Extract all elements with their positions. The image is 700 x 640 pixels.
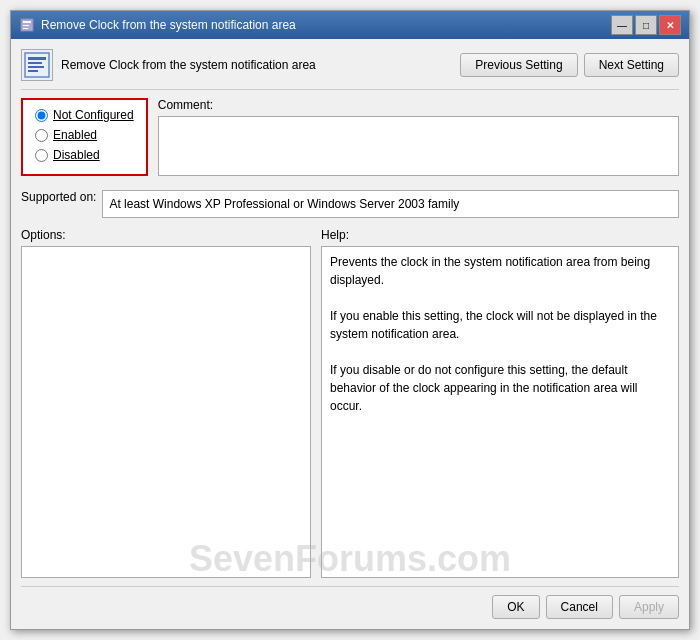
header-icon xyxy=(21,49,53,81)
help-para-1: Prevents the clock in the system notific… xyxy=(330,253,670,289)
ok-button[interactable]: OK xyxy=(492,595,539,619)
radio-group: Not Configured Enabled Disabled xyxy=(21,98,148,176)
options-panel: Options: xyxy=(21,228,311,578)
footer-buttons: OK Cancel Apply xyxy=(21,586,679,619)
options-label: Options: xyxy=(21,228,311,242)
supported-section: Supported on: At least Windows XP Profes… xyxy=(21,190,679,218)
dialog-content: Remove Clock from the system notificatio… xyxy=(11,39,689,629)
radio-enabled-label: Enabled xyxy=(53,128,97,142)
radio-enabled-input[interactable] xyxy=(35,129,48,142)
svg-rect-8 xyxy=(28,70,38,72)
radio-disabled-input[interactable] xyxy=(35,149,48,162)
window-title: Remove Clock from the system notificatio… xyxy=(41,18,296,32)
header-section: Remove Clock from the system notificatio… xyxy=(21,49,679,90)
minimize-button[interactable]: — xyxy=(611,15,633,35)
help-box: Prevents the clock in the system notific… xyxy=(321,246,679,578)
title-bar-left: Remove Clock from the system notificatio… xyxy=(19,17,296,33)
radio-not-configured-label: Not Configured xyxy=(53,108,134,122)
comment-label: Comment: xyxy=(158,98,679,112)
options-box xyxy=(21,246,311,578)
top-section: Not Configured Enabled Disabled Comment: xyxy=(21,98,679,176)
comment-section: Comment: xyxy=(158,98,679,176)
radio-not-configured[interactable]: Not Configured xyxy=(35,108,134,122)
header-buttons: Previous Setting Next Setting xyxy=(460,53,679,77)
svg-rect-7 xyxy=(28,66,44,68)
close-button[interactable]: ✕ xyxy=(659,15,681,35)
maximize-button[interactable]: □ xyxy=(635,15,657,35)
help-para-2: If you enable this setting, the clock wi… xyxy=(330,307,670,343)
svg-rect-2 xyxy=(23,25,29,26)
svg-rect-4 xyxy=(25,53,49,77)
cancel-button[interactable]: Cancel xyxy=(546,595,613,619)
svg-rect-5 xyxy=(28,57,46,60)
dialog-window: Remove Clock from the system notificatio… xyxy=(10,10,690,630)
supported-label: Supported on: xyxy=(21,190,96,204)
help-label: Help: xyxy=(321,228,679,242)
help-panel: Help: Prevents the clock in the system n… xyxy=(321,228,679,578)
svg-rect-1 xyxy=(23,21,31,23)
window-icon xyxy=(19,17,35,33)
title-bar-buttons: — □ ✕ xyxy=(611,15,681,35)
radio-enabled[interactable]: Enabled xyxy=(35,128,134,142)
svg-rect-6 xyxy=(28,62,42,64)
prev-setting-button[interactable]: Previous Setting xyxy=(460,53,577,77)
next-setting-button[interactable]: Next Setting xyxy=(584,53,679,77)
main-body: Not Configured Enabled Disabled Comment: xyxy=(21,98,679,578)
header-left: Remove Clock from the system notificatio… xyxy=(21,49,316,81)
apply-button[interactable]: Apply xyxy=(619,595,679,619)
svg-rect-3 xyxy=(23,28,28,29)
header-title-text: Remove Clock from the system notificatio… xyxy=(61,58,316,72)
radio-disabled[interactable]: Disabled xyxy=(35,148,134,162)
supported-value: At least Windows XP Professional or Wind… xyxy=(102,190,679,218)
bottom-section: Options: Help: Prevents the clock in the… xyxy=(21,228,679,578)
comment-textarea[interactable] xyxy=(158,116,679,176)
radio-not-configured-input[interactable] xyxy=(35,109,48,122)
title-bar: Remove Clock from the system notificatio… xyxy=(11,11,689,39)
radio-disabled-label: Disabled xyxy=(53,148,100,162)
help-para-3: If you disable or do not configure this … xyxy=(330,361,670,415)
